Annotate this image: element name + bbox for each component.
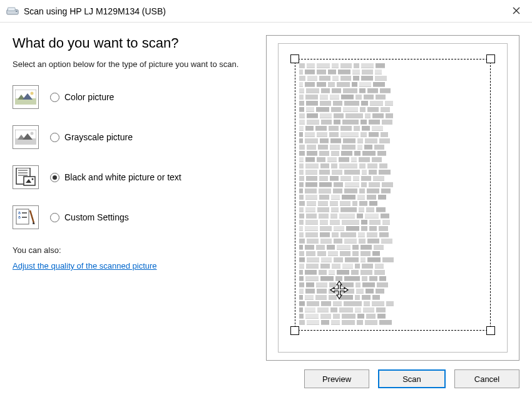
adjust-quality-link[interactable]: Adjust the quality of the scanned pictur… [13, 261, 157, 271]
content-area: What do you want to scan? Select an opti… [0, 23, 532, 361]
titlebar: Scan using HP LJ M129M134 (USB) [0, 0, 532, 23]
radio-bw[interactable] [50, 173, 59, 182]
option-label: Custom Settings [64, 212, 129, 222]
page-heading: What do you want to scan? [13, 35, 260, 51]
preview-panel[interactable] [266, 35, 519, 361]
button-row: Preview Scan Cancel [0, 361, 532, 397]
option-black-white[interactable]: Black and white picture or text [13, 165, 260, 189]
crop-selection[interactable] [295, 59, 491, 331]
grayscale-picture-icon [13, 125, 39, 149]
option-color-picture[interactable]: Color picture [13, 85, 260, 109]
also-text: You can also: [13, 245, 260, 255]
close-button[interactable] [507, 4, 526, 19]
preview-button[interactable]: Preview [304, 369, 369, 388]
option-label: Color picture [64, 92, 114, 102]
window-title: Scan using HP LJ M129M134 (USB) [24, 6, 507, 16]
svg-marker-29 [330, 281, 348, 299]
crop-handle-top-right[interactable] [486, 54, 495, 63]
option-label: Grayscale picture [64, 132, 133, 142]
preview-page [278, 43, 508, 353]
option-custom-settings[interactable]: Custom Settings [13, 205, 260, 229]
scanner-icon [6, 6, 19, 16]
scan-button[interactable]: Scan [378, 369, 446, 388]
move-cursor-icon [329, 280, 349, 300]
radio-grayscale[interactable] [50, 133, 59, 142]
crop-handle-top-left[interactable] [290, 54, 299, 63]
option-label: Black and white picture or text [64, 172, 182, 182]
svg-rect-1 [8, 8, 16, 11]
black-white-icon [13, 165, 39, 189]
svg-point-14 [31, 132, 34, 135]
crop-handle-bottom-left[interactable] [290, 326, 299, 335]
option-grayscale-picture[interactable]: Grayscale picture [13, 125, 260, 149]
custom-settings-icon [13, 205, 39, 229]
radio-color[interactable] [50, 93, 59, 102]
page-subheading: Select an option below for the type of p… [13, 59, 260, 70]
svg-point-21 [32, 178, 34, 180]
document-preview-content [299, 63, 486, 326]
crop-handle-bottom-right[interactable] [486, 326, 495, 335]
scan-dialog: Scan using HP LJ M129M134 (USB) What do … [0, 0, 532, 397]
cancel-button[interactable]: Cancel [454, 369, 519, 388]
svg-rect-2 [16, 11, 18, 12]
color-picture-icon [13, 85, 39, 109]
svg-line-27 [30, 210, 34, 223]
svg-point-9 [31, 92, 34, 95]
options-panel: What do you want to scan? Select an opti… [13, 35, 266, 361]
radio-custom[interactable] [50, 213, 59, 222]
